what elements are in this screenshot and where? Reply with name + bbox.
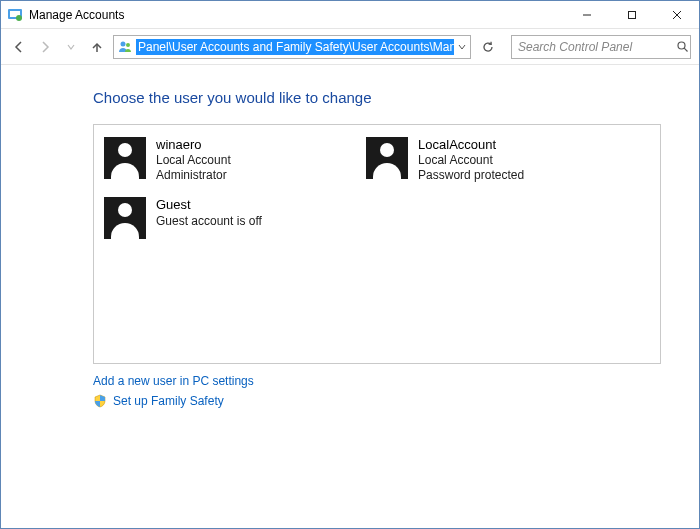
back-button[interactable] — [9, 37, 29, 57]
family-safety-link[interactable]: Set up Family Safety — [93, 394, 699, 408]
user-name: Guest — [156, 197, 262, 213]
user-tile[interactable]: Guest Guest account is off — [104, 197, 366, 239]
title-bar: Manage Accounts — [1, 1, 699, 29]
user-name: winaero — [156, 137, 231, 153]
svg-point-10 — [678, 42, 685, 49]
maximize-button[interactable] — [609, 1, 654, 29]
svg-rect-4 — [628, 12, 635, 19]
user-status: Guest account is off — [156, 214, 262, 229]
svg-point-2 — [16, 15, 22, 21]
address-path[interactable]: Panel\User Accounts and Family Safety\Us… — [136, 39, 454, 55]
recent-locations-button[interactable] — [61, 37, 81, 57]
window-frame: Manage Accounts — [0, 0, 700, 529]
user-info: winaero Local Account Administrator — [156, 137, 231, 183]
link-label: Add a new user in PC settings — [93, 374, 254, 388]
user-name: LocalAccount — [418, 137, 524, 153]
svg-point-8 — [121, 41, 126, 46]
add-user-link[interactable]: Add a new user in PC settings — [93, 374, 699, 388]
user-accounts-icon — [116, 38, 134, 56]
avatar-icon — [104, 137, 146, 179]
shield-icon — [93, 394, 107, 408]
user-info: Guest Guest account is off — [156, 197, 262, 228]
close-button[interactable] — [654, 1, 699, 29]
user-type: Local Account — [418, 153, 524, 168]
user-list: winaero Local Account Administrator Loca… — [93, 124, 661, 364]
svg-point-9 — [126, 43, 130, 47]
up-button[interactable] — [87, 37, 107, 57]
page-heading: Choose the user you would like to change — [93, 89, 699, 106]
avatar-icon — [366, 137, 408, 179]
user-info: LocalAccount Local Account Password prot… — [418, 137, 524, 183]
control-panel-icon — [7, 7, 23, 23]
minimize-button[interactable] — [564, 1, 609, 29]
refresh-button[interactable] — [477, 35, 499, 59]
link-label: Set up Family Safety — [113, 394, 224, 408]
search-input[interactable] — [512, 40, 674, 54]
user-tile[interactable]: winaero Local Account Administrator — [104, 137, 366, 183]
content-area: Choose the user you would like to change… — [1, 65, 699, 528]
user-type: Local Account — [156, 153, 231, 168]
address-bar[interactable]: Panel\User Accounts and Family Safety\Us… — [113, 35, 471, 59]
user-tile[interactable]: LocalAccount Local Account Password prot… — [366, 137, 628, 183]
search-icon[interactable] — [674, 40, 690, 53]
action-links: Add a new user in PC settings Set up Fam… — [93, 374, 699, 408]
navigation-bar: Panel\User Accounts and Family Safety\Us… — [1, 29, 699, 65]
user-status: Password protected — [418, 168, 524, 183]
user-role: Administrator — [156, 168, 231, 183]
forward-button[interactable] — [35, 37, 55, 57]
window-title: Manage Accounts — [29, 8, 564, 22]
search-box[interactable] — [511, 35, 691, 59]
window-controls — [564, 1, 699, 28]
avatar-icon — [104, 197, 146, 239]
address-dropdown[interactable] — [454, 43, 470, 51]
svg-line-11 — [684, 48, 687, 51]
